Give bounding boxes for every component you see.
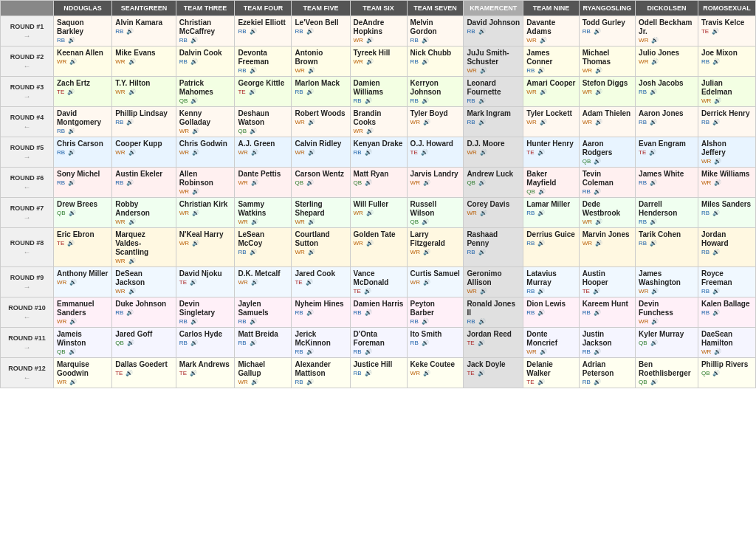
- audio-icon[interactable]: 🔊: [423, 279, 430, 286]
- audio-icon[interactable]: 🔊: [595, 219, 602, 225]
- audio-icon[interactable]: 🔊: [478, 340, 485, 346]
- audio-icon[interactable]: 🔊: [69, 318, 77, 325]
- audio-icon[interactable]: 🔊: [250, 249, 257, 255]
- audio-icon[interactable]: 🔊: [594, 158, 601, 165]
- audio-icon[interactable]: 🔊: [540, 119, 547, 125]
- audio-icon[interactable]: 🔊: [192, 188, 199, 195]
- audio-icon[interactable]: 🔊: [250, 128, 257, 134]
- audio-icon[interactable]: 🔊: [478, 370, 485, 376]
- audio-icon[interactable]: 🔊: [306, 89, 314, 95]
- audio-icon[interactable]: 🔊: [537, 210, 545, 216]
- audio-icon[interactable]: 🔊: [192, 210, 199, 216]
- audio-icon[interactable]: 🔊: [306, 348, 314, 355]
- audio-icon[interactable]: 🔊: [478, 97, 486, 104]
- audio-icon[interactable]: 🔊: [480, 288, 487, 295]
- audio-icon[interactable]: 🔊: [537, 149, 545, 156]
- audio-icon[interactable]: 🔊: [712, 58, 720, 65]
- audio-icon[interactable]: 🔊: [366, 240, 374, 247]
- audio-icon[interactable]: 🔊: [306, 279, 313, 286]
- audio-icon[interactable]: 🔊: [250, 28, 257, 35]
- audio-icon[interactable]: 🔊: [67, 240, 75, 247]
- audio-icon[interactable]: 🔊: [190, 370, 197, 376]
- audio-icon[interactable]: 🔊: [251, 379, 258, 385]
- audio-icon[interactable]: 🔊: [422, 219, 429, 225]
- audio-icon[interactable]: 🔊: [365, 309, 372, 316]
- audio-icon[interactable]: 🔊: [478, 179, 486, 186]
- audio-icon[interactable]: 🔊: [594, 348, 601, 355]
- audio-icon[interactable]: 🔊: [249, 89, 256, 95]
- audio-icon[interactable]: 🔊: [192, 149, 199, 156]
- audio-icon[interactable]: 🔊: [128, 89, 136, 95]
- audio-icon[interactable]: 🔊: [364, 288, 371, 295]
- audio-icon[interactable]: 🔊: [192, 240, 199, 247]
- audio-icon[interactable]: 🔊: [365, 370, 372, 376]
- audio-icon[interactable]: 🔊: [650, 340, 658, 346]
- audio-icon[interactable]: 🔊: [128, 288, 136, 295]
- audio-icon[interactable]: 🔊: [192, 128, 199, 134]
- audio-icon[interactable]: 🔊: [650, 179, 657, 186]
- audio-icon[interactable]: 🔊: [190, 279, 197, 286]
- audio-icon[interactable]: 🔊: [422, 58, 429, 65]
- audio-icon[interactable]: 🔊: [251, 219, 258, 225]
- audio-icon[interactable]: 🔊: [537, 379, 545, 385]
- audio-icon[interactable]: 🔊: [478, 249, 486, 255]
- audio-icon[interactable]: 🔊: [69, 279, 77, 286]
- audio-icon[interactable]: 🔊: [714, 179, 721, 186]
- audio-icon[interactable]: 🔊: [537, 67, 545, 74]
- audio-icon[interactable]: 🔊: [595, 67, 602, 74]
- audio-icon[interactable]: 🔊: [126, 370, 133, 376]
- audio-icon[interactable]: 🔊: [306, 309, 314, 316]
- audio-icon[interactable]: 🔊: [540, 89, 547, 95]
- audio-icon[interactable]: 🔊: [593, 288, 600, 295]
- audio-icon[interactable]: 🔊: [594, 309, 601, 316]
- audio-icon[interactable]: 🔊: [650, 119, 657, 125]
- audio-icon[interactable]: 🔊: [250, 67, 257, 74]
- audio-icon[interactable]: 🔊: [308, 149, 315, 156]
- audio-icon[interactable]: 🔊: [128, 58, 136, 65]
- audio-icon[interactable]: 🔊: [594, 188, 601, 195]
- audio-icon[interactable]: 🔊: [423, 249, 430, 255]
- audio-icon[interactable]: 🔊: [306, 28, 314, 35]
- audio-icon[interactable]: 🔊: [595, 119, 602, 125]
- audio-icon[interactable]: 🔊: [480, 149, 487, 156]
- audio-icon[interactable]: 🔊: [651, 318, 659, 325]
- audio-icon[interactable]: 🔊: [537, 309, 545, 316]
- audio-icon[interactable]: 🔊: [651, 288, 659, 295]
- audio-icon[interactable]: 🔊: [68, 149, 75, 156]
- audio-icon[interactable]: 🔊: [126, 119, 134, 125]
- audio-icon[interactable]: 🔊: [69, 210, 76, 216]
- audio-icon[interactable]: 🔊: [67, 89, 75, 95]
- audio-icon[interactable]: 🔊: [306, 379, 314, 385]
- audio-icon[interactable]: 🔊: [712, 249, 720, 255]
- audio-icon[interactable]: 🔊: [651, 58, 659, 65]
- audio-icon[interactable]: 🔊: [650, 240, 657, 247]
- audio-icon[interactable]: 🔊: [422, 318, 429, 325]
- audio-icon[interactable]: 🔊: [537, 288, 545, 295]
- audio-icon[interactable]: 🔊: [712, 210, 720, 216]
- audio-icon[interactable]: 🔊: [308, 249, 315, 255]
- audio-icon[interactable]: 🔊: [650, 379, 658, 385]
- audio-icon[interactable]: 🔊: [127, 340, 134, 346]
- audio-icon[interactable]: 🔊: [712, 28, 719, 35]
- audio-icon[interactable]: 🔊: [421, 149, 428, 156]
- audio-icon[interactable]: 🔊: [365, 348, 372, 355]
- audio-icon[interactable]: 🔊: [366, 37, 374, 44]
- audio-icon[interactable]: 🔊: [478, 119, 486, 125]
- audio-icon[interactable]: 🔊: [190, 97, 198, 104]
- audio-icon[interactable]: 🔊: [190, 58, 198, 65]
- audio-icon[interactable]: 🔊: [190, 37, 198, 44]
- audio-icon[interactable]: 🔊: [537, 240, 545, 247]
- audio-icon[interactable]: 🔊: [69, 348, 76, 355]
- audio-icon[interactable]: 🔊: [308, 219, 315, 225]
- audio-icon[interactable]: 🔊: [68, 128, 75, 134]
- audio-icon[interactable]: 🔊: [251, 149, 258, 156]
- audio-icon[interactable]: 🔊: [366, 58, 374, 65]
- audio-icon[interactable]: 🔊: [712, 370, 720, 376]
- audio-icon[interactable]: 🔊: [126, 179, 134, 186]
- audio-icon[interactable]: 🔊: [365, 149, 372, 156]
- audio-icon[interactable]: 🔊: [650, 219, 657, 225]
- audio-icon[interactable]: 🔊: [422, 97, 429, 104]
- audio-icon[interactable]: 🔊: [366, 128, 374, 134]
- audio-icon[interactable]: 🔊: [68, 179, 75, 186]
- audio-icon[interactable]: 🔊: [365, 97, 372, 104]
